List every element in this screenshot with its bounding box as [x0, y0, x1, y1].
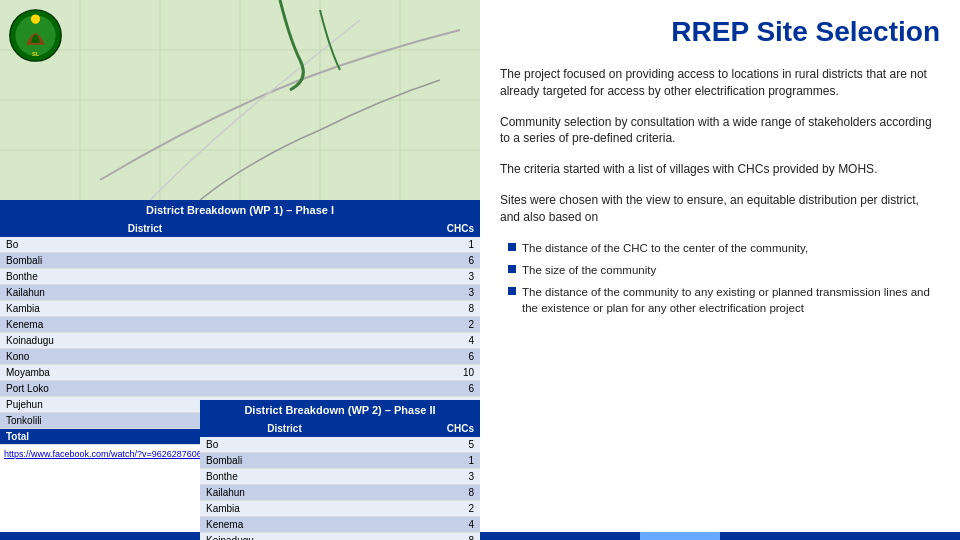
district-cell: Kono	[0, 349, 290, 365]
table1-col1-header: District	[0, 220, 290, 237]
chcs-cell: 1	[290, 237, 480, 253]
map-area: SL	[0, 0, 480, 200]
chcs-cell: 6	[290, 253, 480, 269]
chcs-cell: 3	[369, 469, 480, 485]
district-cell: Port Loko	[0, 381, 290, 397]
chcs-cell: 1	[369, 453, 480, 469]
bullet-text: The distance of the CHC to the center of…	[522, 240, 808, 256]
table-row: Koinadugu4	[0, 333, 480, 349]
table2-col2-header: CHCs	[369, 420, 480, 437]
district-cell: Kenema	[200, 517, 369, 533]
table-row: Bombali6	[0, 253, 480, 269]
district-cell: Bonthe	[0, 269, 290, 285]
table1-col2-header: CHCs	[290, 220, 480, 237]
table-row: Kambia8	[0, 301, 480, 317]
table-row: Port Loko6	[0, 381, 480, 397]
table-row: Koinadugu8	[200, 533, 480, 541]
bullet-icon	[508, 243, 516, 251]
chcs-cell: 4	[290, 333, 480, 349]
district-cell: Kailahun	[0, 285, 290, 301]
district-cell: Bo	[200, 437, 369, 453]
criteria-sub: Sites were chosen with the view to ensur…	[500, 192, 940, 226]
table-row: Moyamba10	[0, 365, 480, 381]
bullet-icon	[508, 287, 516, 295]
table-row: Kono6	[0, 349, 480, 365]
table-row: Bonthe3	[200, 469, 480, 485]
criteria-heading: The criteria started with a list of vill…	[500, 161, 940, 178]
logo: SL	[8, 8, 63, 63]
table-row: Bonthe3	[0, 269, 480, 285]
district-cell: Bombali	[200, 453, 369, 469]
chcs-cell: 3	[290, 285, 480, 301]
chcs-cell: 2	[369, 501, 480, 517]
chcs-cell: 4	[369, 517, 480, 533]
tables-area: District Breakdown (WP 1) – Phase I Dist…	[0, 200, 480, 540]
table1-title: District Breakdown (WP 1) – Phase I	[0, 200, 480, 220]
bullet-item: The distance of the CHC to the center of…	[508, 240, 940, 256]
district-cell: Kailahun	[200, 485, 369, 501]
left-panel: SL District Breakdown (WP 1)	[0, 0, 480, 540]
district-cell: Koinadugu	[200, 533, 369, 541]
bottom-bar-segment	[720, 532, 960, 540]
svg-text:SL: SL	[32, 51, 40, 57]
chcs-cell: 3	[290, 269, 480, 285]
bullet-text: The distance of the community to any exi…	[522, 284, 940, 316]
table-row: Kenema2	[0, 317, 480, 333]
table-row: Kambia2	[200, 501, 480, 517]
district-cell: Kambia	[200, 501, 369, 517]
district-cell: Kambia	[0, 301, 290, 317]
chcs-cell: 6	[290, 349, 480, 365]
bullet-item: The size of the community	[508, 262, 940, 278]
district-cell: Bo	[0, 237, 290, 253]
table-row: Kailahun3	[0, 285, 480, 301]
table-row: Kailahun8	[200, 485, 480, 501]
chcs-cell: 2	[290, 317, 480, 333]
community-text: Community selection by consultation with…	[500, 114, 940, 148]
district-cell: Koinadugu	[0, 333, 290, 349]
intro-text: The project focused on providing access …	[500, 66, 940, 100]
chcs-cell: 6	[290, 381, 480, 397]
bullet-list: The distance of the CHC to the center of…	[508, 240, 940, 316]
page-title: RREP Site Selection	[500, 16, 940, 48]
bottom-bar-segment	[640, 532, 720, 540]
chcs-cell: 5	[369, 437, 480, 453]
bullet-item: The distance of the community to any exi…	[508, 284, 940, 316]
chcs-cell: 8	[290, 301, 480, 317]
table2-wrapper: District Breakdown (WP 2) – Phase II Dis…	[200, 400, 480, 540]
chcs-cell: 10	[290, 365, 480, 381]
district-cell: Kenema	[0, 317, 290, 333]
district-cell: Bombali	[0, 253, 290, 269]
chcs-cell: 8	[369, 533, 480, 541]
table2-title: District Breakdown (WP 2) – Phase II	[200, 400, 480, 420]
bullet-icon	[508, 265, 516, 273]
bottom-bars	[0, 532, 960, 540]
table2-col1-header: District	[200, 420, 369, 437]
bullet-text: The size of the community	[522, 262, 656, 278]
district-cell: Bonthe	[200, 469, 369, 485]
district-cell: Moyamba	[0, 365, 290, 381]
right-panel: RREP Site Selection The project focused …	[480, 0, 960, 540]
table-row: Bo1	[0, 237, 480, 253]
chcs-cell: 8	[369, 485, 480, 501]
table-row: Bombali1	[200, 453, 480, 469]
table-row: Bo5	[200, 437, 480, 453]
table2: District CHCs Bo5Bombali1Bonthe3Kailahun…	[200, 420, 480, 540]
table-row: Kenema4	[200, 517, 480, 533]
